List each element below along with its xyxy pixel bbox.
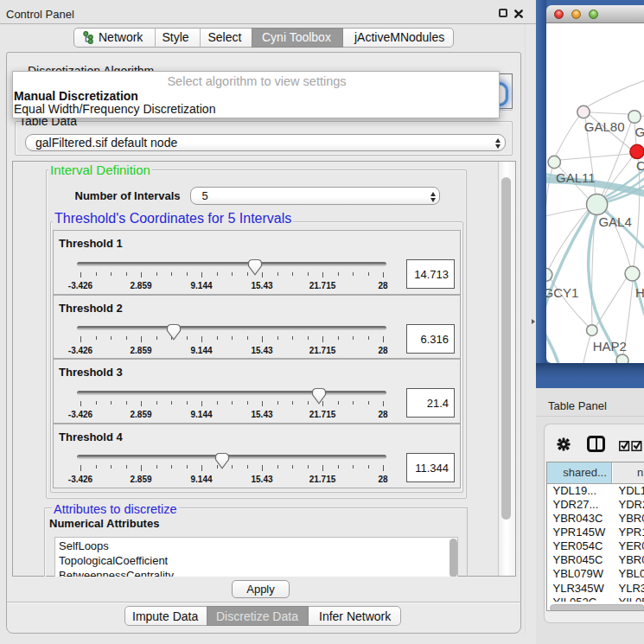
svg-text:GA: GA [635,124,644,139]
svg-text:GCY1: GCY1 [546,285,578,300]
svg-text:GAL4: GAL4 [598,214,631,229]
svg-text:H: H [635,285,644,300]
svg-text:HAP2: HAP2 [593,339,627,354]
svg-text:GAL11: GAL11 [556,170,596,185]
svg-text:GAL80: GAL80 [584,119,625,134]
svg-text:C: C [636,158,644,173]
